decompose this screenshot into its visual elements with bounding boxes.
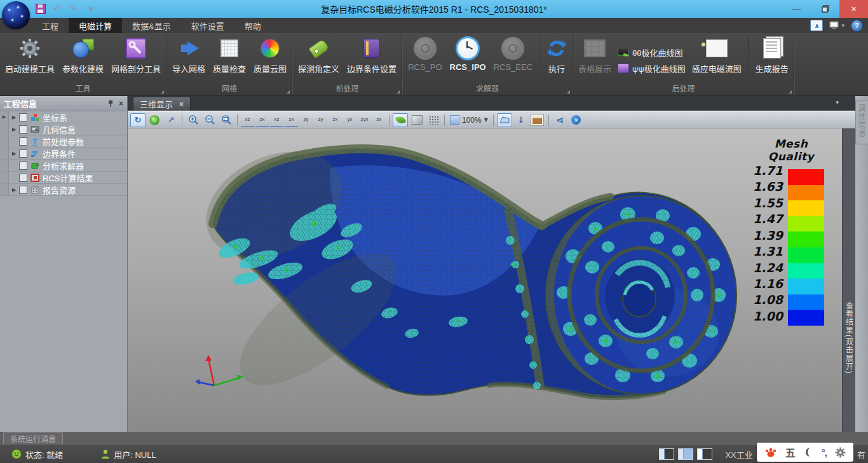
import-mesh-button[interactable]: 导入网格 xyxy=(168,36,209,85)
mesh-grid-view-button[interactable] xyxy=(426,113,441,127)
display-style-dropdown-icon[interactable]: ▾ xyxy=(841,22,844,29)
boundary-condition-button[interactable]: 边界条件设置 xyxy=(343,36,400,85)
zoom-out-button[interactable] xyxy=(202,113,217,127)
layout-toggle-left-icon[interactable] xyxy=(659,448,674,460)
mesh-partition-tool-button[interactable]: 网格剖分工具 xyxy=(107,36,165,85)
ime-paw-icon[interactable] xyxy=(764,446,777,458)
view-results-collapsed-tab[interactable]: 查看结果(双击展开) xyxy=(842,128,855,432)
pin-icon[interactable] xyxy=(107,100,114,107)
layout-toggle-right-icon[interactable] xyxy=(697,448,712,460)
system-messages-collapsed-tab[interactable]: 系统运行消息 xyxy=(3,432,63,444)
property-info-collapsed-tab[interactable]: 属性信息 xyxy=(855,100,868,144)
zoom-level-select[interactable]: 100% ▼ xyxy=(448,115,490,125)
view-orientation-button-10[interactable]: zx xyxy=(372,113,386,127)
start-modeling-tool-button[interactable]: 启动建模工具 xyxy=(1,36,58,85)
close-button[interactable]: × xyxy=(839,0,868,18)
rcs-ipo-button[interactable]: RCS_IPO xyxy=(446,36,490,85)
detection-angle-button[interactable]: 探测角定义 xyxy=(294,36,343,85)
clear-view-button[interactable]: × xyxy=(569,113,584,127)
row-header[interactable] xyxy=(0,172,9,183)
checkbox[interactable] xyxy=(19,162,27,170)
zoom-dropdown-icon[interactable]: ▼ xyxy=(484,117,488,123)
dialog-launcher-icon[interactable] xyxy=(567,90,570,93)
view-orientation-button-9[interactable]: zyx xyxy=(358,113,371,127)
dialog-launcher-icon[interactable] xyxy=(287,90,290,93)
tree-item-preprocess-params[interactable]: T 前处理参数 xyxy=(0,135,127,148)
parametric-modeling-button[interactable]: 参数化建模 xyxy=(58,36,107,85)
quality-check-button[interactable]: 质量检查 xyxy=(209,36,250,85)
tree-item-coordinate-system[interactable]: ▶ ▶ 坐标系 xyxy=(0,111,127,123)
checkbox[interactable] xyxy=(19,149,27,158)
checkbox[interactable] xyxy=(19,137,27,146)
tree-item-rcs-results[interactable]: RCS计算结果 xyxy=(0,172,127,184)
checkbox[interactable] xyxy=(19,125,27,134)
share-view-button[interactable]: ⋖ xyxy=(552,113,567,127)
panel-close-icon[interactable]: × xyxy=(119,99,123,108)
tree-item-boundary-conditions[interactable]: ▶ 边界条件 xyxy=(0,148,127,160)
app-logo-icon[interactable] xyxy=(2,1,30,29)
ime-mode-label[interactable]: 五 xyxy=(785,445,796,460)
row-header[interactable]: ▶ xyxy=(0,111,9,123)
tab-help[interactable]: 帮助 xyxy=(234,18,271,33)
3d-canvas[interactable]: Mesh Quality 1.711.63 1.551.47 1.391.31 … xyxy=(128,128,842,432)
tab-close-icon[interactable]: × xyxy=(179,100,184,109)
tab-software-settings[interactable]: 软件设置 xyxy=(181,18,234,33)
rotate-view-button[interactable]: ↻ xyxy=(130,113,146,127)
view-orientation-button-2[interactable]: zx xyxy=(255,113,269,127)
row-header[interactable] xyxy=(0,148,9,159)
expander-icon[interactable]: ▶ xyxy=(9,114,19,120)
rcs-po-button[interactable]: RCS_PO xyxy=(404,36,445,85)
execute-button[interactable]: 执行 xyxy=(543,36,571,85)
row-header[interactable] xyxy=(0,160,9,171)
save-view-button[interactable]: ↓ xyxy=(513,113,529,127)
quality-cloud-map-button[interactable]: 质量云图 xyxy=(250,36,290,85)
row-header[interactable] xyxy=(0,123,9,135)
orbit-view-button[interactable]: ↻ xyxy=(147,113,162,127)
dialog-launcher-icon[interactable] xyxy=(397,90,400,93)
restore-button[interactable] xyxy=(811,0,839,18)
dialog-launcher-icon[interactable] xyxy=(161,90,164,93)
ime-toolbar[interactable]: 五 °, xyxy=(757,443,853,462)
shaded-view-button[interactable] xyxy=(393,113,408,127)
section-view-button[interactable] xyxy=(497,113,512,127)
wireframe-view-button[interactable] xyxy=(409,113,424,127)
table-display-button[interactable]: 表格展示 xyxy=(574,36,615,85)
collapse-ribbon-icon[interactable]: ∧ xyxy=(810,20,823,31)
display-style-icon[interactable]: ▾ xyxy=(829,21,844,31)
view-orientation-button-1[interactable]: xz xyxy=(241,113,254,127)
tree-item-report-resources[interactable]: ▶ 报告资源 xyxy=(0,184,127,196)
expander-icon[interactable]: ▶ xyxy=(9,127,19,132)
row-header[interactable] xyxy=(0,184,9,195)
tree-item-geometry-info[interactable]: ▶ 几何信息 xyxy=(0,123,127,135)
view-orientation-button-8[interactable]: yx xyxy=(343,113,356,127)
expander-icon[interactable]: ▶ xyxy=(9,151,19,156)
minimize-button[interactable]: — xyxy=(782,0,811,18)
ime-moon-icon[interactable] xyxy=(804,447,813,457)
mesh-model[interactable] xyxy=(128,128,842,432)
tab-3d-display[interactable]: 三维显示 × xyxy=(133,97,191,111)
checkbox[interactable] xyxy=(19,186,27,194)
view-orientation-button-4[interactable]: zx xyxy=(285,113,298,127)
ime-punctuation-icon[interactable]: °, xyxy=(822,447,827,458)
ime-settings-gear-icon[interactable] xyxy=(835,447,846,458)
tab-project[interactable]: 工程 xyxy=(32,18,69,33)
dialog-launcher-icon[interactable] xyxy=(789,90,792,93)
tree-item-analysis-solver[interactable]: 分析求解器 xyxy=(0,160,127,172)
rcs-eec-button[interactable]: RCS_EEC xyxy=(490,36,536,85)
expander-icon[interactable]: ▶ xyxy=(9,187,19,193)
checkbox[interactable] xyxy=(19,174,27,182)
zoom-in-button[interactable] xyxy=(186,113,201,127)
view-orientation-button-5[interactable]: zy xyxy=(299,113,313,127)
view-orientation-button-6[interactable]: zy xyxy=(314,113,327,127)
snapshot-button[interactable] xyxy=(530,113,545,127)
psi-polarization-curve-button[interactable]: ψψ极化曲线图 xyxy=(618,62,686,74)
generate-report-button[interactable]: 生成报告 xyxy=(752,36,792,85)
fit-view-button[interactable]: ↗ xyxy=(163,113,179,127)
induced-current-map-button[interactable]: 感应电磁流图 xyxy=(688,36,745,85)
theta-polarization-curve-button[interactable]: θθ极化曲线图 xyxy=(618,46,686,59)
view-orientation-button-3[interactable]: xz xyxy=(270,113,283,127)
layout-toggle-center-icon[interactable] xyxy=(678,448,693,460)
tab-em-computation[interactable]: 电磁计算 xyxy=(69,18,122,33)
help-icon[interactable]: ? xyxy=(851,20,863,32)
tab-data-display[interactable]: 数据&显示 xyxy=(122,18,181,33)
